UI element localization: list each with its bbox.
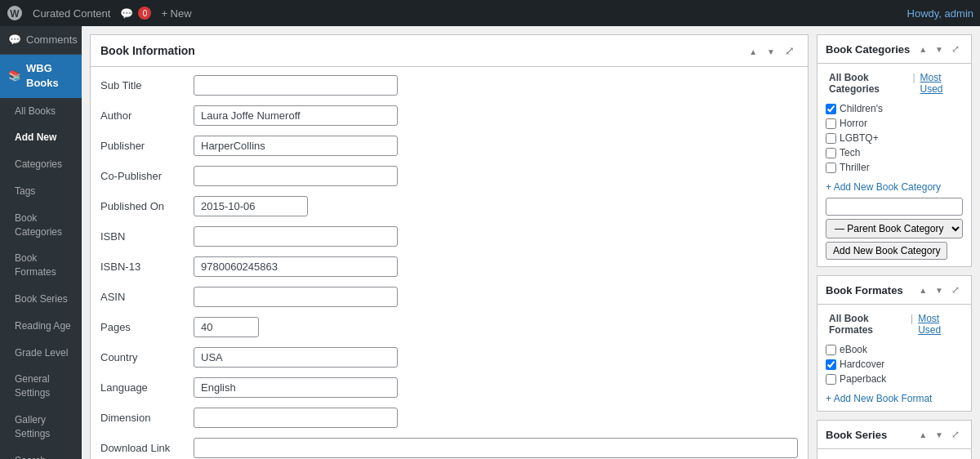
tags-label: Tags	[15, 185, 35, 198]
layout: 💬 Comments 📚 WBG Books All Books Add New…	[0, 26, 980, 459]
comments-item[interactable]: 💬 0	[120, 7, 151, 20]
co-publisher-input[interactable]	[194, 166, 398, 186]
book-series-tab-all[interactable]: All Book Series	[826, 456, 904, 459]
published-on-input[interactable]	[194, 196, 308, 216]
pages-label: Pages	[91, 312, 184, 342]
sidebar-item-general-settings[interactable]: General Settings	[0, 366, 82, 407]
download-link-input[interactable]	[194, 438, 798, 458]
cat-checkbox-horror[interactable]	[826, 118, 836, 129]
isbn13-input[interactable]	[194, 256, 398, 277]
sidebar-item-book-categories[interactable]: Book Categories	[0, 205, 82, 246]
cat-tab-divider: |	[911, 70, 916, 96]
book-series-controls: ▲ ▼ ⤢	[915, 427, 963, 442]
gallery-settings-label: Gallery Settings	[15, 413, 74, 441]
curated-content-item[interactable]: Curated Content	[33, 7, 110, 20]
book-cat-tab-most-used[interactable]: Most Used	[917, 70, 963, 96]
cat-checkbox-lgbtq[interactable]	[826, 133, 836, 144]
admin-bar-right: Howdy, admin	[907, 7, 973, 20]
sidebar-item-all-books[interactable]: All Books	[0, 98, 82, 125]
country-input[interactable]	[194, 347, 398, 368]
series-tab-divider: |	[904, 456, 910, 459]
sidebar-item-book-formates[interactable]: Book Formates	[0, 245, 82, 286]
sidebar-item-search-panel-settings[interactable]: Search Panel Settings	[0, 448, 82, 459]
book-cat-up-btn[interactable]: ▲	[915, 42, 930, 56]
sidebar-item-tags[interactable]: Tags	[0, 178, 82, 205]
sidebar-item-book-series[interactable]: Book Series	[0, 286, 82, 313]
add-new-book-category-btn[interactable]: Add New Book Category	[826, 242, 947, 260]
format-checkbox-paperback[interactable]	[826, 374, 836, 385]
format-label-hardcover: Hardcover	[840, 359, 884, 370]
country-label: Country	[91, 342, 184, 372]
book-cat-down-btn[interactable]: ▼	[932, 42, 947, 56]
parent-category-select[interactable]: — Parent Book Category —	[826, 219, 963, 238]
format-checkbox-hardcover[interactable]	[826, 359, 836, 370]
book-series-label: Book Series	[15, 292, 68, 306]
asin-row: ASIN	[91, 282, 808, 312]
download-link-row: Download Link	[91, 433, 808, 459]
asin-label: ASIN	[91, 282, 184, 312]
formates-tab-divider: |	[909, 311, 915, 337]
subtitle-input[interactable]	[194, 75, 398, 96]
format-item-ebook: eBook	[826, 344, 963, 355]
book-series-expand-btn[interactable]: ⤢	[948, 427, 963, 442]
isbn-input[interactable]	[194, 226, 398, 247]
download-link-label: Download Link	[91, 433, 184, 459]
book-formates-tab-most-used[interactable]: Most Used	[915, 311, 963, 337]
format-checkbox-ebook[interactable]	[826, 345, 836, 355]
pages-row: Pages	[91, 312, 808, 342]
book-info-header: Book Information ⤢	[91, 35, 808, 67]
book-info-expand-btn[interactable]: ⤢	[782, 42, 798, 59]
cat-checkbox-childrens[interactable]	[826, 104, 836, 114]
book-formates-meta-box: Book Formates ▲ ▼ ⤢ All Book Formates | …	[817, 275, 972, 412]
admin-bar-left: W Curated Content 💬 0 + New	[7, 5, 192, 21]
book-formates-up-btn[interactable]: ▲	[915, 283, 930, 297]
book-formates-tab-all[interactable]: All Book Formates	[826, 311, 909, 337]
language-input[interactable]	[194, 377, 398, 398]
book-cat-expand-btn[interactable]: ⤢	[948, 42, 963, 56]
book-series-up-btn[interactable]: ▲	[915, 427, 930, 442]
book-formates-controls: ▲ ▼ ⤢	[915, 283, 963, 297]
sidebar-item-gallery-settings[interactable]: Gallery Settings	[0, 407, 82, 448]
book-series-tab-most-used[interactable]: Most Used	[910, 456, 963, 459]
book-formates-list: eBook Hardcover Paperback	[826, 344, 963, 388]
add-new-book-category-link[interactable]: + Add New Book Category	[826, 181, 963, 193]
dimension-input[interactable]	[194, 408, 398, 428]
sidebar-item-categories[interactable]: Categories	[0, 151, 82, 178]
book-formates-down-btn[interactable]: ▼	[932, 283, 947, 297]
publisher-input[interactable]	[194, 136, 398, 156]
new-category-input[interactable]	[826, 198, 963, 216]
book-series-body: All Book Series | Most Used	[817, 449, 971, 459]
new-item[interactable]: + New	[161, 7, 191, 20]
cat-checkbox-tech[interactable]	[826, 148, 836, 158]
sidebar-comments-label: Comments	[26, 33, 78, 47]
general-settings-label: General Settings	[15, 372, 74, 400]
book-formates-expand-btn[interactable]: ⤢	[948, 283, 963, 297]
curated-content-label: Curated Content	[33, 7, 110, 20]
sidebar-item-reading-age[interactable]: Reading Age	[0, 313, 82, 340]
book-cat-tabs: All Book Categories | Most Used	[826, 70, 963, 96]
pages-input[interactable]	[194, 317, 259, 337]
sidebar-item-add-new[interactable]: Add New	[0, 124, 82, 151]
book-categories-label: Book Categories	[15, 212, 74, 239]
book-cat-tab-all[interactable]: All Book Categories	[826, 70, 911, 96]
sidebar-item-grade-level[interactable]: Grade Level	[0, 340, 82, 367]
cat-label-childrens: Children's	[840, 103, 883, 114]
published-on-label: Published On	[91, 191, 184, 221]
book-formates-title: Book Formates	[826, 284, 903, 296]
book-info-collapse-up-btn[interactable]	[746, 42, 760, 60]
comments-count: 0	[138, 7, 151, 20]
cat-checkbox-thriller[interactable]	[826, 163, 836, 173]
sidebar-item-comments[interactable]: 💬 Comments	[0, 26, 82, 54]
country-row: Country	[91, 342, 808, 372]
wp-logo-item[interactable]: W	[7, 5, 23, 21]
sidebar-item-wbg-books[interactable]: 📚 WBG Books	[0, 55, 82, 97]
book-series-header: Book Series ▲ ▼ ⤢	[817, 421, 971, 449]
asin-input[interactable]	[194, 287, 398, 307]
book-series-down-btn[interactable]: ▼	[932, 427, 947, 442]
categories-label: Categories	[15, 158, 62, 172]
format-item-paperback: Paperback	[826, 373, 963, 385]
book-info-collapse-down-btn[interactable]	[764, 42, 778, 60]
grade-level-label: Grade Level	[15, 346, 68, 360]
add-new-book-format-link[interactable]: + Add New Book Format	[826, 393, 963, 404]
author-input[interactable]	[194, 105, 398, 126]
